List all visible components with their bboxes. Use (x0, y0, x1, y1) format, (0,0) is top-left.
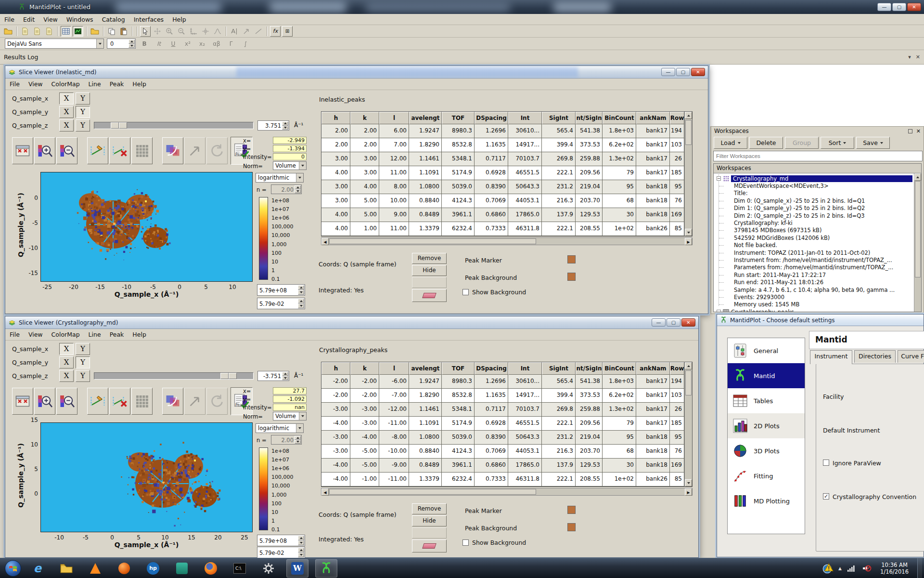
workspace-detail-item[interactable]: Dim 1: (Q_sample_y) -25 to 25 in 2 bins.… (714, 205, 921, 212)
column-header[interactable]: SigInt (542, 362, 576, 375)
scrollbar-thumb[interactable] (685, 370, 692, 395)
add-text-icon[interactable]: A| (229, 26, 240, 37)
column-header[interactable]: k (350, 112, 379, 124)
scrollbar-thumb[interactable] (329, 489, 536, 495)
menu-help[interactable]: Help (168, 14, 191, 25)
rebin-cursor-button[interactable] (184, 388, 205, 415)
chevron-down-icon[interactable] (96, 39, 103, 48)
menu-catalog[interactable]: Catalog (98, 14, 129, 25)
menu-colormap[interactable]: ColorMap (47, 329, 84, 340)
column-header[interactable]: Row (670, 362, 684, 375)
spin-down-icon[interactable] (128, 44, 135, 48)
category-tables[interactable]: Tables (728, 388, 805, 413)
show-hidden-icons-chevron[interactable]: ▲ (838, 566, 842, 571)
column-header[interactable]: DSpacing (475, 112, 508, 124)
workspace-detail-item[interactable]: Instrument from: /home/vel/mantid/instru… (714, 256, 921, 263)
column-header[interactable]: TOF (442, 362, 475, 375)
show-background-checkbox[interactable] (462, 289, 469, 295)
taskbar-internet-explorer[interactable]: e (26, 559, 49, 578)
spin-up-icon[interactable] (295, 185, 301, 189)
spin-up-icon[interactable] (282, 121, 288, 126)
chevron-down-icon[interactable] (299, 162, 306, 170)
column-header[interactable]: BinCount (603, 112, 636, 124)
slice-plot-2[interactable] (40, 422, 253, 532)
slice-plot-1[interactable] (40, 172, 253, 282)
remove-peak-button[interactable]: Remove (412, 253, 447, 264)
taskbar-hp[interactable]: hp (142, 559, 164, 578)
zoom-out-button[interactable] (56, 388, 77, 415)
dim-y-ybutton[interactable]: Y (76, 106, 90, 118)
workspace-peaks-item[interactable]: − Crystallography_peaks (714, 308, 921, 312)
workspace-detail-item[interactable]: Memory used: 1545 MB (714, 301, 921, 308)
colorscale-combo[interactable]: logarithmic (256, 423, 304, 433)
settings-titlebar[interactable]: MantidPlot - Choose default settings (717, 315, 924, 326)
line-mode-button[interactable] (87, 137, 108, 164)
table-row[interactable]: -3.00-4.00-8.001.08005039.00.839050643.3… (321, 431, 692, 445)
column-header[interactable]: ankNam (636, 112, 670, 124)
dim-x-xbutton[interactable]: X (59, 343, 74, 355)
table-row[interactable]: 4.003.0011.001.10915174.90.692846551.522… (321, 166, 692, 180)
minimize-button[interactable]: — (652, 318, 666, 327)
rebin-cursor-button[interactable] (184, 137, 205, 164)
maximize-button[interactable]: ▢ (667, 318, 680, 327)
font-family-combo[interactable]: DejaVu Sans (5, 39, 104, 49)
snap-to-grid-button[interactable] (131, 137, 153, 164)
workspace-detail-item[interactable]: Run end: 2011-May-21 18:01:26 (714, 278, 921, 286)
scroll-up-icon[interactable] (685, 362, 692, 369)
rebin-mode-button[interactable] (162, 137, 183, 164)
dim-y-xbutton[interactable]: X (59, 106, 74, 118)
viewer2-titlebar[interactable]: Slice Viewer (Crystallography_md) — ▢ ✕ (5, 316, 698, 329)
maximize-button[interactable]: ▢ (892, 3, 906, 11)
menu-file[interactable]: File (5, 329, 24, 340)
menu-file[interactable]: File (0, 14, 19, 25)
workspace-detail-item[interactable]: 542592 MDGridBoxes (142006 kB) (714, 234, 921, 241)
underline-button[interactable]: U (167, 38, 179, 50)
zoom-in-tool-icon[interactable] (164, 26, 175, 37)
category-fitting[interactable]: Fitting (728, 463, 805, 488)
minimize-button[interactable]: — (661, 68, 675, 76)
script-fx-icon[interactable]: fx (270, 26, 281, 37)
dim-x-ybutton[interactable]: Y (76, 343, 90, 355)
chevron-down-icon[interactable] (299, 412, 306, 420)
spin-down-icon[interactable] (298, 290, 304, 295)
scroll-down-icon[interactable] (685, 229, 692, 236)
scroll-right-icon[interactable]: ▸ (685, 238, 692, 245)
table-row[interactable]: 3.005.0010.000.88404124.30.706944053.121… (321, 194, 692, 208)
colorscale-combo[interactable]: logarithmic (256, 173, 304, 183)
column-header[interactable]: ankNam (636, 362, 670, 375)
menu-help[interactable]: Help (128, 329, 151, 340)
new-document-icon[interactable] (20, 26, 30, 37)
minimize-button[interactable]: — (877, 3, 891, 11)
workspace-root-label[interactable]: Crystallography_md (731, 175, 912, 182)
network-signal-icon[interactable] (847, 565, 856, 572)
tab-instrument[interactable]: Instrument (810, 350, 852, 364)
rescale-axes-icon[interactable] (188, 26, 199, 37)
scrollbar-thumb[interactable] (685, 120, 692, 145)
zoom-in-button[interactable] (34, 137, 55, 164)
spin-down-icon[interactable] (295, 189, 301, 193)
taskbar-mantidplot[interactable] (315, 559, 337, 578)
integral-symbol-button[interactable]: ∫ (240, 38, 251, 50)
table-row[interactable]: 3.004.008.001.08005039.00.839050643.3231… (321, 180, 692, 194)
maximize-button[interactable]: ▢ (676, 68, 690, 76)
table-row[interactable]: 4.005.009.000.84893961.10.686017865.0137… (321, 208, 692, 222)
category-general[interactable]: General (728, 338, 805, 363)
subscript-button[interactable]: x₂ (196, 38, 208, 50)
start-button[interactable] (3, 559, 23, 578)
bold-button[interactable]: B (139, 38, 150, 50)
spin-down-icon[interactable] (282, 126, 288, 130)
workspace-detail-item[interactable]: Not file backed. (714, 242, 921, 249)
table-row[interactable]: 4.001.0011.001.33796232.40.733346311.822… (321, 222, 692, 236)
show-background-checkbox[interactable] (462, 539, 469, 546)
slider-handle[interactable] (220, 373, 229, 379)
taskbar-command-prompt[interactable]: C:\ (229, 559, 251, 578)
scroll-up-icon[interactable] (914, 173, 921, 181)
category-3d-plots[interactable]: 3D Plots (728, 438, 805, 463)
spin-down-icon[interactable] (298, 303, 304, 308)
table-horizontal-scrollbar[interactable]: ◂ ▸ (321, 488, 693, 496)
column-header[interactable]: h (321, 112, 350, 124)
load-button[interactable]: Load (714, 137, 747, 149)
taskbar-teal-app[interactable] (171, 559, 193, 578)
column-header[interactable]: nt/SigIn (576, 362, 603, 375)
column-header[interactable]: h (321, 362, 350, 375)
